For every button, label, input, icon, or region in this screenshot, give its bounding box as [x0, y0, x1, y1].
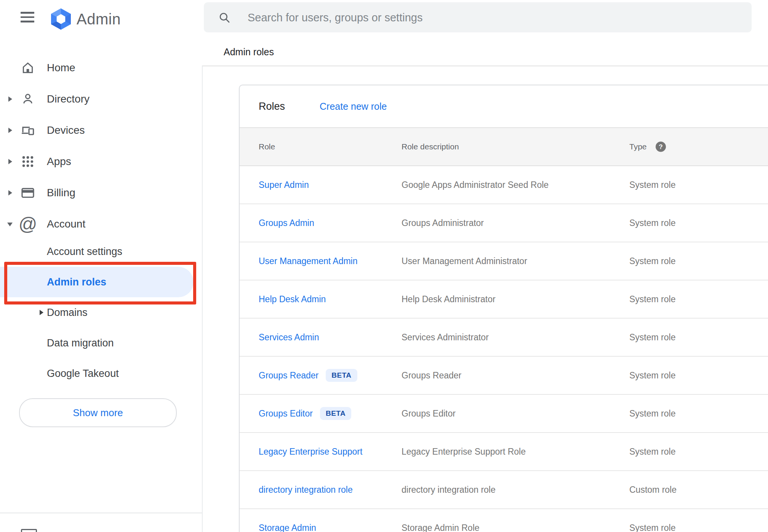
- role-description: Storage Admin Role: [402, 523, 480, 532]
- role-description: Groups Administrator: [402, 218, 484, 228]
- role-link[interactable]: Legacy Enterprise Support: [259, 447, 362, 457]
- apps-icon: [20, 154, 36, 170]
- sidebar-item-label: Home: [47, 62, 75, 74]
- search-bar[interactable]: [204, 2, 752, 32]
- role-link[interactable]: Services Admin: [259, 332, 319, 343]
- chevron-right-icon[interactable]: [8, 128, 12, 133]
- beta-badge: BETA: [320, 407, 351, 420]
- header-divider: [202, 66, 768, 66]
- sidebar-item-label: Billing: [47, 187, 75, 199]
- sidebar-item-data-migration[interactable]: Data migration: [0, 328, 194, 358]
- home-icon: [20, 60, 36, 76]
- table-row: User Management Admin User Management Ad…: [240, 242, 768, 280]
- table-row: Storage Admin Storage Admin Role System …: [240, 509, 768, 532]
- panel-title: Roles: [259, 101, 285, 112]
- role-link[interactable]: directory integration role: [259, 485, 353, 495]
- sidebar-item-label: Directory: [47, 93, 90, 105]
- role-link[interactable]: Super Admin: [259, 180, 309, 190]
- role-description: Help Desk Administrator: [402, 294, 496, 304]
- role-link[interactable]: Groups Editor: [259, 409, 313, 419]
- roles-panel-header: Roles Create new role: [240, 85, 768, 127]
- sidebar-edge-divider: [202, 66, 203, 532]
- table-row: Groups Reader BETA Groups Reader System …: [240, 357, 768, 395]
- role-description: directory integration role: [402, 485, 496, 495]
- column-header-description: Role description: [402, 142, 459, 151]
- partial-bottom-icon: [21, 529, 37, 532]
- role-description: Groups Reader: [402, 370, 461, 381]
- sidebar-item-label: Data migration: [47, 337, 114, 349]
- sidebar-divider: [0, 513, 202, 513]
- table-header-row: Role Role description Type ?: [240, 127, 768, 166]
- role-description: Services Administrator: [402, 332, 489, 343]
- chevron-right-icon[interactable]: [40, 310, 43, 315]
- sidebar-item-directory[interactable]: Directory: [0, 83, 202, 115]
- role-link[interactable]: Storage Admin: [259, 523, 316, 532]
- chevron-right-icon[interactable]: [8, 159, 12, 164]
- sidebar-item-label: Apps: [47, 155, 71, 168]
- role-type: System role: [629, 294, 675, 304]
- sidebar-item-apps[interactable]: Apps: [0, 146, 202, 177]
- chevron-right-icon[interactable]: [8, 96, 12, 102]
- role-type: Custom role: [629, 485, 677, 495]
- role-type: System role: [629, 180, 675, 190]
- role-type: System role: [629, 332, 675, 343]
- sidebar-item-domains[interactable]: Domains: [0, 297, 194, 328]
- help-icon[interactable]: ?: [656, 142, 666, 152]
- sidebar-item-home[interactable]: Home: [0, 52, 202, 83]
- sidebar-item-devices[interactable]: Devices: [0, 115, 202, 146]
- role-type: System role: [629, 256, 675, 266]
- sidebar-item-label: Account: [47, 218, 85, 230]
- admin-logo-icon: [49, 8, 73, 30]
- table-row: Services Admin Services Administrator Sy…: [240, 319, 768, 357]
- role-type: System role: [629, 523, 675, 532]
- sidebar-item-label: Devices: [47, 124, 85, 136]
- beta-badge: BETA: [326, 369, 357, 382]
- chevron-down-icon[interactable]: [7, 223, 13, 226]
- table-row: Groups Admin Groups Administrator System…: [240, 204, 768, 242]
- sidebar-item-label: Domains: [47, 307, 88, 319]
- sidebar: Admin HomeDirectoryDevicesAppsBilling@Ac…: [0, 0, 202, 532]
- devices-icon: [20, 122, 36, 138]
- table-row: Help Desk Admin Help Desk Administrator …: [240, 280, 768, 319]
- directory-icon: [20, 91, 36, 107]
- sidebar-item-label: Google Takeout: [47, 368, 119, 380]
- sidebar-item-account[interactable]: @Account: [0, 208, 202, 240]
- role-link[interactable]: Groups Reader: [259, 370, 318, 381]
- role-link[interactable]: Help Desk Admin: [259, 294, 326, 304]
- billing-icon: [20, 185, 36, 201]
- sidebar-item-label: Admin roles: [47, 276, 106, 288]
- create-new-role-link[interactable]: Create new role: [320, 101, 387, 112]
- column-header-role: Role: [259, 142, 275, 151]
- role-link[interactable]: Groups Admin: [259, 218, 314, 228]
- sidebar-item-google-takeout[interactable]: Google Takeout: [0, 358, 194, 389]
- show-more-button[interactable]: Show more: [19, 398, 177, 427]
- breadcrumb: Admin roles: [224, 46, 274, 58]
- account-icon: @: [20, 216, 36, 232]
- role-type: System role: [629, 409, 675, 419]
- hamburger-menu-icon[interactable]: [21, 12, 34, 22]
- table-row: Super Admin Google Apps Administrator Se…: [240, 166, 768, 204]
- table-row: Legacy Enterprise Support Legacy Enterpr…: [240, 433, 768, 471]
- table-row: directory integration role directory int…: [240, 471, 768, 509]
- role-type: System role: [629, 218, 675, 228]
- column-header-type: Type: [629, 142, 647, 151]
- role-description: User Management Administrator: [402, 256, 527, 266]
- chevron-right-icon[interactable]: [8, 190, 12, 195]
- search-input[interactable]: [247, 2, 736, 33]
- roles-panel: Roles Create new role Role Role descript…: [239, 85, 768, 532]
- sidebar-item-label: Account settings: [47, 246, 122, 258]
- search-icon: [218, 11, 231, 24]
- role-type: System role: [629, 370, 675, 381]
- role-description: Groups Editor: [402, 409, 456, 419]
- roles-table-body: Super Admin Google Apps Administrator Se…: [240, 166, 768, 532]
- role-description: Google Apps Administrator Seed Role: [402, 180, 549, 190]
- app-title: Admin: [77, 11, 121, 28]
- show-more-label: Show more: [73, 407, 123, 419]
- role-type: System role: [629, 447, 675, 457]
- table-row: Groups Editor BETA Groups Editor System …: [240, 395, 768, 433]
- sidebar-item-account-settings[interactable]: Account settings: [0, 236, 194, 267]
- role-link[interactable]: User Management Admin: [259, 256, 358, 266]
- sidebar-item-billing[interactable]: Billing: [0, 177, 202, 208]
- sidebar-item-admin-roles[interactable]: Admin roles: [0, 267, 194, 297]
- role-description: Legacy Enterprise Support Role: [402, 447, 526, 457]
